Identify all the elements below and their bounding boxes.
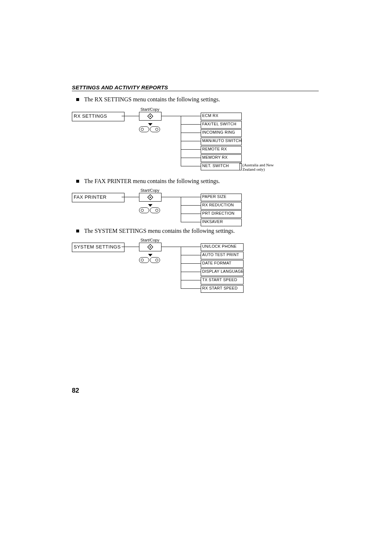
start-copy-button bbox=[139, 112, 162, 121]
opt-tx-start-speed: TX START SPEED bbox=[201, 277, 244, 284]
connector-line bbox=[176, 247, 181, 247]
diamond-icon bbox=[147, 244, 154, 250]
page-number: 82 bbox=[72, 387, 79, 394]
down-arrow-icon bbox=[148, 254, 153, 257]
connector-line bbox=[181, 214, 201, 214]
connector-line bbox=[181, 158, 201, 158]
bullet-square-icon bbox=[76, 230, 79, 232]
scroll-buttons-icon bbox=[139, 257, 161, 264]
bullet-square-icon bbox=[76, 180, 79, 183]
connector-line bbox=[181, 288, 201, 289]
bullet-text: The FAX PRINTER menu contains the follow… bbox=[84, 178, 220, 184]
opt-memory-rx: MEMORY RX bbox=[201, 154, 242, 162]
opt-paper-size: PAPER SIZE bbox=[201, 194, 242, 201]
opt-incoming-ring: INCOMING RING bbox=[201, 129, 242, 137]
start-copy-button bbox=[139, 243, 162, 251]
bus-line bbox=[181, 247, 181, 288]
bullet-square-icon bbox=[76, 98, 79, 101]
note-aus-nz: (Australia and New Zealand only) bbox=[242, 163, 282, 171]
connector-line bbox=[122, 197, 139, 197]
connector-line bbox=[181, 149, 201, 150]
opt-net-switch: NET. SWITCH bbox=[201, 163, 242, 170]
svg-point-2 bbox=[150, 246, 151, 248]
svg-point-0 bbox=[150, 116, 151, 117]
menu-box-rx-settings: RX SETTINGS bbox=[72, 112, 124, 121]
connector-line bbox=[181, 205, 201, 206]
opt-remote-rx: REMOTE RX bbox=[201, 146, 242, 154]
connector-line bbox=[181, 255, 201, 255]
opt-rx-reduction: RX REDUCTION bbox=[201, 202, 242, 210]
opt-rx-start-speed: RX START SPEED bbox=[201, 285, 244, 293]
start-copy-label: Start/Copy bbox=[139, 238, 161, 242]
down-arrow-icon bbox=[148, 123, 153, 126]
svg-point-1 bbox=[150, 197, 151, 198]
scroll-buttons-icon bbox=[139, 207, 161, 214]
menu-box-fax-printer: FAX PRINTER bbox=[72, 193, 124, 202]
diagram-system-settings: SYSTEM SETTINGS Start/Copy UN/LOCK PHONE… bbox=[72, 238, 326, 294]
section-header: SETTINGS AND ACTIVITY REPORTS bbox=[72, 84, 168, 90]
connector-line bbox=[181, 197, 201, 197]
bullet-fax-printer: The FAX PRINTER menu contains the follow… bbox=[76, 178, 316, 185]
connector-line bbox=[181, 141, 201, 141]
bullet-rx-settings: The RX SETTINGS menu contains the follow… bbox=[76, 96, 316, 103]
bullet-system-settings: The SYSTEM SETTINGS menu contains the fo… bbox=[76, 228, 316, 234]
diamond-icon bbox=[147, 194, 154, 200]
opt-unlock-phone: UN/LOCK PHONE bbox=[201, 243, 244, 251]
opt-ecm-rx: ECM RX bbox=[201, 113, 242, 120]
opt-man-auto-switch: MAN/AUTO SWITCH bbox=[201, 138, 242, 145]
start-copy-label: Start/Copy bbox=[139, 188, 161, 193]
opt-auto-test-print: AUTO TEST PRINT bbox=[201, 252, 244, 259]
diamond-icon bbox=[147, 113, 154, 119]
connector-line bbox=[181, 124, 201, 125]
bullet-text: The RX SETTINGS menu contains the follow… bbox=[84, 96, 220, 102]
connector-line bbox=[181, 116, 201, 116]
down-arrow-icon bbox=[148, 204, 153, 207]
connector-line bbox=[122, 247, 139, 247]
connector-line bbox=[181, 222, 201, 222]
connector-line bbox=[162, 247, 176, 247]
diagram-fax-printer: FAX PRINTER Start/Copy PAPER SIZE RX RED… bbox=[72, 188, 326, 228]
connector-line bbox=[176, 116, 181, 116]
connector-line bbox=[181, 247, 201, 247]
connector-line bbox=[181, 133, 201, 133]
connector-line bbox=[162, 197, 176, 197]
opt-display-language: DISPLAY LANGUAGE bbox=[201, 268, 244, 276]
manual-page: { "header": "SETTINGS AND ACTIVITY REPOR… bbox=[0, 0, 392, 555]
bullet-text: The SYSTEM SETTINGS menu contains the fo… bbox=[84, 228, 235, 234]
opt-fax-tel-switch: FAX/TEL SWITCH bbox=[201, 121, 242, 129]
connector-line bbox=[162, 116, 176, 116]
menu-box-system-settings: SYSTEM SETTINGS bbox=[72, 243, 124, 252]
diagram-rx-settings: RX SETTINGS Start/Copy ECM RX FAX/TEL SW… bbox=[72, 107, 326, 171]
opt-prt-direction: PRT DIRECTION bbox=[201, 210, 242, 218]
start-copy-label: Start/Copy bbox=[139, 107, 161, 112]
connector-line bbox=[122, 116, 139, 116]
opt-date-format: DATE FORMAT bbox=[201, 260, 244, 268]
connector-line bbox=[176, 197, 181, 197]
scroll-buttons-icon bbox=[139, 126, 161, 133]
bus-line bbox=[181, 197, 181, 222]
connector-line bbox=[181, 272, 201, 272]
header-rule bbox=[72, 91, 319, 91]
brace-icon bbox=[240, 163, 242, 170]
connector-line bbox=[181, 263, 201, 264]
connector-line bbox=[181, 280, 201, 280]
opt-inksaver: INKSAVER bbox=[201, 219, 242, 226]
start-copy-button bbox=[139, 193, 162, 202]
connector-line bbox=[181, 166, 201, 166]
